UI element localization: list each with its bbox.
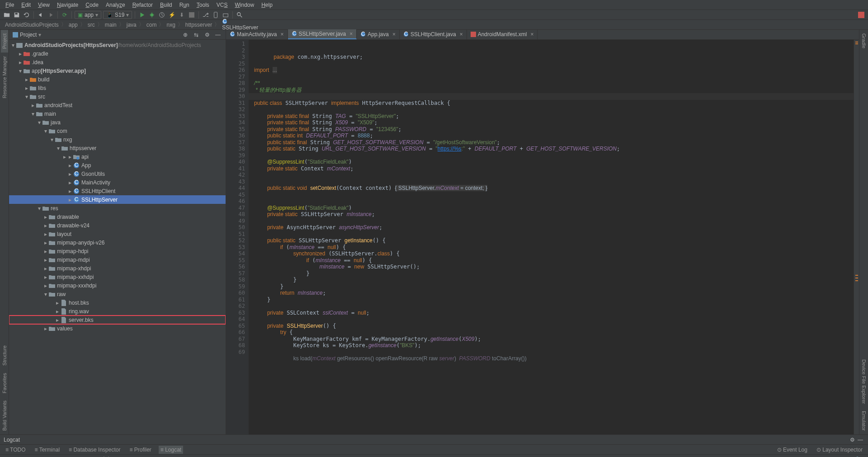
crumb-httpsserver[interactable]: httpsserver (184, 22, 213, 28)
tree-item-mipmap-mdpi[interactable]: ▸mipmap-mdpi (9, 255, 226, 264)
tree-item-nxg[interactable]: ▾nxg (9, 135, 226, 144)
forward-icon[interactable] (47, 11, 55, 19)
crumb-java[interactable]: java (125, 22, 138, 28)
gutter-structure[interactable]: Structure (1, 342, 8, 369)
gutter-emulator[interactable]: Emulator (860, 407, 868, 434)
back-icon[interactable] (37, 11, 45, 19)
tree-item-app[interactable]: ▾app [HttpsServer.app] (9, 66, 226, 75)
close-icon[interactable]: × (280, 31, 283, 38)
collapse-icon[interactable]: ⇆ (192, 31, 200, 39)
tree-item-httpsserver[interactable]: ▾httpsserver (9, 144, 226, 152)
tree-item-ring.wav[interactable]: ▸ring.wav (9, 307, 226, 316)
error-stripe[interactable] (854, 40, 859, 434)
tree-item-api[interactable]: ▸▸api (9, 152, 226, 161)
tab-SSLHttpServer.java[interactable]: CSSLHttpServer.java× (288, 29, 357, 39)
tree-item-res[interactable]: ▾res (9, 204, 226, 212)
tree-item-SSLHttpServer[interactable]: ▸CSSLHttpServer (9, 195, 226, 204)
tool-Database Inspector[interactable]: ≡ Database Inspector (67, 446, 122, 454)
menu-edit[interactable]: Edit (18, 1, 34, 9)
minimize-icon[interactable]: — (856, 436, 864, 444)
tree-item-drawable-v24[interactable]: ▸drawable-v24 (9, 221, 226, 230)
attach-debugger-icon[interactable]: ⬇ (178, 11, 186, 19)
tree-item-MainActivity[interactable]: ▸CMainActivity (9, 178, 226, 187)
run-icon[interactable] (138, 11, 146, 19)
tree-item-layout[interactable]: ▸layout (9, 230, 226, 238)
tree-item-GsonUtils[interactable]: ▸CGsonUtils (9, 170, 226, 178)
tree-item-drawable[interactable]: ▸drawable (9, 212, 226, 221)
gutter-device-file-explorer[interactable]: Device File Explorer (860, 356, 868, 407)
close-icon[interactable]: × (460, 31, 463, 38)
sdk-icon[interactable] (222, 11, 230, 19)
crumb-nxg[interactable]: nxg (165, 22, 176, 28)
reload-icon[interactable] (23, 11, 31, 19)
tree-item-java[interactable]: ▾java (9, 118, 226, 127)
menu-help[interactable]: Help (258, 1, 276, 9)
tree-item-mipmap-xxhdpi[interactable]: ▸mipmap-xxhdpi (9, 273, 226, 281)
menu-run[interactable]: Run (176, 1, 193, 9)
stop-icon[interactable] (188, 11, 196, 19)
tree-item-values[interactable]: ▸values (9, 324, 226, 333)
tool-Layout Inspector[interactable]: ⊙ Layout Inspector (815, 446, 864, 454)
menu-analyze[interactable]: Analyze (102, 1, 129, 9)
menu-file[interactable]: File (2, 1, 18, 9)
tool-Event Log[interactable]: ⊙ Event Log (775, 446, 809, 454)
sync-icon[interactable]: ⟳ (61, 11, 69, 19)
tree-item-androidTest[interactable]: ▸androidTest (9, 101, 226, 109)
tool-Logcat[interactable]: ≡ Logcat (159, 446, 183, 454)
tab-AndroidManifest.xml[interactable]: AndroidManifest.xml× (467, 29, 538, 39)
menu-view[interactable]: View (34, 1, 53, 9)
logcat-panel-header[interactable]: Logcat ⚙ — (0, 434, 868, 444)
menu-tools[interactable]: Tools (193, 1, 213, 9)
tree-item-App[interactable]: ▸CApp (9, 161, 226, 170)
open-icon[interactable] (3, 11, 11, 19)
hide-icon[interactable]: — (214, 31, 222, 39)
crumb-src[interactable]: src (86, 22, 96, 28)
run-config-app[interactable]: ▣app▾ (75, 11, 101, 19)
code-editor[interactable]: package com.nxg.httpsserver; import ... … (249, 40, 854, 434)
tool-Profiler[interactable]: ≡ Profiler (127, 446, 153, 454)
gutter-gradle[interactable]: Gradle (860, 30, 868, 52)
crumb-app[interactable]: app (67, 22, 79, 28)
vcs-icon[interactable]: ⎇ (202, 11, 210, 19)
device-selector[interactable]: 📱S19▾ (103, 11, 132, 19)
close-icon[interactable]: × (392, 31, 396, 38)
tool-TODO[interactable]: ≡ TODO (4, 446, 28, 454)
project-tree[interactable]: ▾AndroidStudioProjects [HttpsServer] /ho… (9, 40, 226, 434)
gutter-project[interactable]: Project (1, 30, 8, 52)
tree-item-.gradle[interactable]: ▸.gradle (9, 49, 226, 58)
tool-Terminal[interactable]: ≡ Terminal (33, 446, 61, 454)
close-icon[interactable]: × (349, 31, 353, 37)
gutter-resource-manager[interactable]: Resource Manager (1, 52, 8, 102)
menu-vcs[interactable]: VCS (213, 1, 231, 9)
ide-errors-icon[interactable] (857, 11, 865, 19)
tab-App.java[interactable]: CApp.java× (357, 29, 400, 39)
tree-item-mipmap-anydpi-v26[interactable]: ▸mipmap-anydpi-v26 (9, 238, 226, 247)
tree-item-main[interactable]: ▾main (9, 109, 226, 118)
tab-SSLHttpClient.java[interactable]: CSSLHttpClient.java× (400, 29, 467, 39)
avd-icon[interactable] (212, 11, 220, 19)
tab-MainActivity.java[interactable]: CMainActivity.java× (226, 29, 288, 39)
debug-icon[interactable] (148, 11, 156, 19)
tree-item-raw[interactable]: ▾raw (9, 290, 226, 298)
project-view-selector[interactable]: Project (20, 32, 37, 38)
close-icon[interactable]: × (530, 31, 533, 38)
tree-item-host.bks[interactable]: ▸host.bks (9, 298, 226, 307)
tree-item-SSLHttpClient[interactable]: ▸CSSLHttpClient (9, 187, 226, 195)
menu-refactor[interactable]: Refactor (129, 1, 156, 9)
menu-code[interactable]: Code (82, 1, 102, 9)
menu-build[interactable]: Build (156, 1, 176, 9)
gutter-favorites[interactable]: Favorites (1, 369, 8, 397)
crumb-AndroidStudioProjects[interactable]: AndroidStudioProjects (4, 22, 60, 28)
crumb-SSLHttpServer[interactable]: CSSLHttpServer (221, 19, 259, 31)
tree-item-server.bks[interactable]: ▸server.bks (9, 316, 226, 324)
apply-changes-icon[interactable]: ⚡ (168, 11, 176, 19)
tree-root[interactable]: ▾AndroidStudioProjects [HttpsServer] /ho… (9, 41, 226, 49)
tree-item-com[interactable]: ▾com (9, 127, 226, 135)
gutter-build-variants[interactable]: Build Variants (1, 397, 8, 434)
tree-item-mipmap-xxxhdpi[interactable]: ▸mipmap-xxxhdpi (9, 281, 226, 290)
tree-item-mipmap-xhdpi[interactable]: ▸mipmap-xhdpi (9, 264, 226, 273)
settings-icon[interactable]: ⚙ (203, 31, 211, 39)
menu-navigate[interactable]: Navigate (53, 1, 82, 9)
tree-item-mipmap-hdpi[interactable]: ▸mipmap-hdpi (9, 247, 226, 255)
tree-item-libs[interactable]: ▸libs (9, 84, 226, 92)
